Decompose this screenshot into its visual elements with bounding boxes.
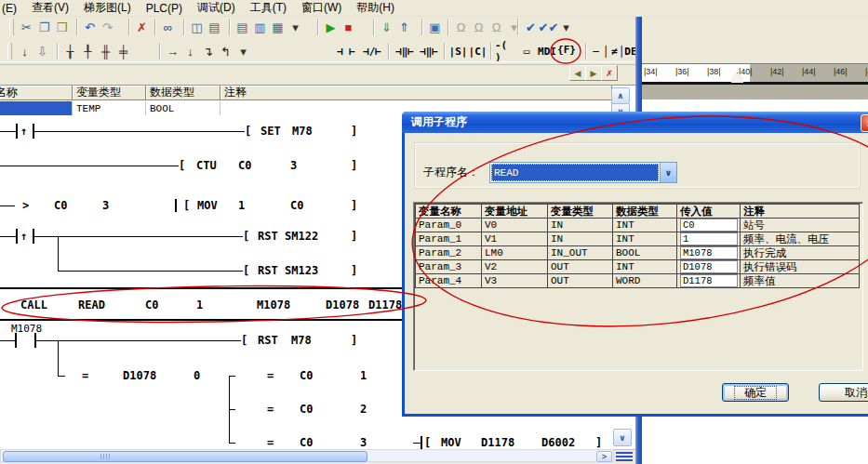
lock-icon[interactable]: Ω [452, 18, 470, 36]
toolbar-separator [490, 43, 492, 60]
ladder-scroll-down-button[interactable]: ∨ [613, 429, 632, 446]
delete-icon[interactable]: ✗ [133, 18, 151, 36]
wire-down-icon[interactable]: ↓ [181, 42, 199, 60]
compile-more-icon[interactable]: ▾ [557, 18, 575, 36]
compile-icon[interactable]: ✔ [522, 18, 540, 36]
ok-button[interactable]: 确定 [722, 383, 789, 402]
vartable-cell-2[interactable]: BOOL [146, 101, 220, 115]
monitor-icon[interactable]: ▣ [426, 18, 444, 36]
contact-rising-icon[interactable]: ⊣‖⊢ [393, 43, 417, 60]
param-table-cell: Param_2 [415, 246, 482, 260]
window-layout-3-icon[interactable]: ▦ [269, 18, 287, 36]
f-instruction-icon[interactable]: {F} [556, 41, 577, 59]
param-table-cell: IN [548, 232, 613, 246]
right-panel-lower [642, 417, 868, 464]
menu-view[interactable]: 查看(V) [32, 0, 69, 16]
set-coil-icon[interactable]: |S| [448, 43, 468, 60]
vline-icon[interactable]: │ [602, 43, 609, 60]
toolbar-separator [317, 19, 319, 35]
stop-icon[interactable]: ■ [340, 18, 357, 36]
wire-corner-up-icon[interactable]: ↰ [217, 42, 234, 60]
subroutine-select[interactable]: READ ∨ [489, 162, 677, 183]
menu-edit[interactable]: (E) [2, 2, 17, 15]
insert-column-icon[interactable]: ╀ [79, 42, 97, 60]
ladder-vscroll-track[interactable] [613, 416, 630, 429]
toolbar-separator [421, 19, 423, 35]
menu-ladder[interactable]: 梯形图(L) [84, 0, 131, 16]
toolbar-separator [373, 19, 375, 35]
param-value-input[interactable]: 1 [680, 232, 738, 245]
toolbar-separator [517, 19, 519, 35]
cut-icon[interactable]: ✂ [18, 18, 35, 36]
mdi-icon[interactable]: MDI [536, 43, 558, 60]
window-layout-1-icon[interactable]: ▤ [234, 18, 251, 36]
run-icon[interactable]: ▶ [322, 18, 340, 36]
window-layout-more-icon[interactable]: ▾ [287, 18, 304, 36]
toolbar-group: ΩΩΩ▾ [445, 17, 523, 37]
param-table-cell: IN_OUT [548, 246, 613, 260]
param-value-input[interactable]: D1078 [680, 260, 738, 273]
vartable-cell-1[interactable]: TEMP [73, 101, 146, 115]
hline-icon[interactable]: ─ [590, 43, 602, 60]
delete-row-icon[interactable]: ╫ [97, 42, 114, 60]
paste-icon[interactable]: ❒ [53, 18, 71, 36]
upload-icon[interactable]: ⇑ [395, 18, 413, 36]
unlock-icon[interactable]: Ω [470, 18, 487, 36]
find-icon[interactable]: ∞ [159, 18, 177, 36]
horizontal-scrollbar[interactable]: > [0, 449, 614, 462]
undo-icon[interactable]: ↶ [81, 18, 99, 36]
dialog-title-bar[interactable]: 调用子程序 × [402, 112, 868, 133]
vartable-scroll-up-button[interactable]: ∧ [611, 87, 630, 104]
wire-corner-down-icon[interactable]: ↴ [199, 42, 217, 60]
param-table-cell: 1 [677, 232, 741, 246]
delete-column-icon[interactable]: ╪ [114, 42, 132, 60]
dialog-param-table: 变量名称变量地址变量类型数据类型传入值注释Param_0V0ININTC0站号P… [415, 204, 860, 289]
param-value-input[interactable]: C0 [680, 219, 738, 232]
reset-coil-icon[interactable]: |C| [468, 43, 487, 60]
wire-right-icon[interactable]: → [164, 42, 181, 60]
contact-no-icon[interactable]: ⊣ ⊢ [333, 43, 359, 60]
window-layout-2-icon[interactable]: ▥ [251, 18, 269, 36]
contact-nc-icon[interactable]: ⊣/⊢ [359, 43, 385, 60]
dialog-close-button[interactable]: × [861, 114, 868, 132]
menu-window[interactable]: 窗口(W) [301, 0, 341, 16]
move-down-hollow-icon[interactable]: ⇩ [33, 42, 51, 60]
move-down-icon[interactable]: ↓ [16, 42, 33, 60]
menu-help[interactable]: 帮助(H) [356, 0, 394, 16]
pane-resize-grip[interactable] [614, 449, 635, 463]
cancel-button[interactable]: 取消 [819, 383, 868, 402]
coil-icon[interactable]: -( ) [495, 43, 517, 60]
menu-debug[interactable]: 调试(D) [197, 0, 235, 16]
menu-plc[interactable]: PLC(P) [146, 2, 182, 15]
vartable-cell-0[interactable] [0, 101, 73, 115]
redo-icon[interactable]: ↷ [99, 18, 116, 36]
vartable-header-3: 注释 [220, 86, 612, 100]
hscroll-thumb[interactable] [3, 451, 367, 462]
print-icon[interactable]: ▤ [206, 18, 223, 36]
wire-more-icon[interactable]: ▾ [234, 42, 252, 60]
param-table-cell: 站号 [741, 219, 860, 232]
hscroll-right-button[interactable]: > [596, 451, 612, 462]
param-table-cell: INT [613, 219, 677, 232]
download-icon[interactable]: ⇓ [378, 18, 395, 36]
param-value-input[interactable]: M1078 [680, 246, 738, 259]
print-preview-icon[interactable]: ◫ [188, 18, 206, 36]
contact-falling-icon[interactable]: ⊣‖⊢ [417, 43, 441, 60]
right-panel-white-strip [642, 99, 868, 112]
chevron-down-icon[interactable]: ∨ [660, 163, 676, 182]
toolbar-separator [229, 19, 231, 35]
copy-icon[interactable]: ❐ [35, 18, 53, 36]
lock-partial-icon[interactable]: Ω [487, 18, 505, 36]
menu-tools[interactable]: 工具(T) [250, 0, 287, 16]
ruler-tick-44: |44| [802, 67, 816, 76]
ruler-tick-46: |46| [834, 67, 848, 76]
insert-row-icon[interactable]: ╁ [61, 42, 79, 60]
param-table-cell: WORD [613, 274, 677, 288]
toolbar-group: ▣ [419, 17, 444, 37]
ladder-elements-group: ⊣ ⊢⊣/⊢⊣‖⊢⊣‖⊢|S||C|-( )▭MDI [333, 41, 558, 61]
vartable-header-1: 变量类型 [73, 86, 146, 100]
compile-all-icon[interactable]: ✔✔ [540, 18, 557, 36]
param-table-cell: Param_1 [415, 232, 482, 246]
box-instruction-icon[interactable]: ▭ [517, 43, 536, 60]
param-value-input[interactable]: D1178 [680, 274, 738, 287]
